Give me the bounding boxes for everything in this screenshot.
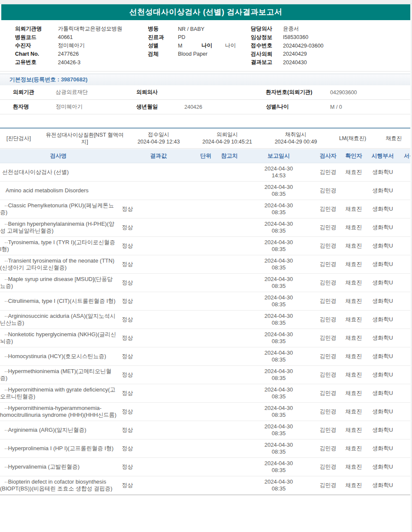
field-value: 정미혜아기 [58, 42, 85, 49]
column-header: 보고일시 [242, 152, 315, 159]
reported-time: 08:35 [242, 430, 315, 437]
field-label: 성별 [148, 42, 178, 49]
reported-date: 2024-04-30 [242, 423, 315, 430]
tester-name: 김민경 [315, 445, 341, 452]
tester-name: 김민경 [315, 279, 341, 287]
result-row[interactable]: ··Hyperornithinemia with gyrate deficien… [0, 384, 410, 403]
reported-date: 2024-04-30 [242, 239, 315, 246]
reported-at: 2024-04-3008:35 [242, 184, 315, 197]
column-header: 단위 [195, 152, 217, 160]
department-name: 생화학U [367, 297, 399, 305]
department-name: 생화학U [367, 371, 399, 379]
tester-name: 김민경 [315, 205, 341, 213]
result-row[interactable]: ··Nonketotic hyperglycinemia (NKHG)(글리신뇌… [0, 329, 410, 347]
tester-name: 김민경 [315, 426, 341, 434]
received-label: 접수일시 [126, 131, 191, 138]
reported-date: 2024-04-30 [242, 405, 315, 412]
result-value: 정상 [120, 408, 195, 415]
column-header: 서식 [399, 152, 410, 160]
reported-time: 08:35 [242, 283, 315, 290]
tester-name: 김민경 [315, 371, 341, 379]
field-label: 성별/나이 [266, 103, 330, 111]
result-row[interactable]: ··Maple syrup urine disease [MSUD](단풍당뇨증… [0, 274, 410, 292]
department-name: 생화학U [367, 260, 399, 268]
tester-name: 김민경 [315, 463, 341, 471]
field-label: 병원코드 [15, 34, 58, 41]
field-label: 수진자 [15, 42, 58, 49]
reported-at: 2024-04-3008:35 [242, 442, 315, 455]
header-field-row: 검사의뢰20240429 [251, 50, 324, 59]
reported-date: 2024-04-30 [242, 313, 315, 320]
reported-at: 2024-04-3008:35 [242, 478, 315, 492]
reported-time: 08:35 [242, 448, 315, 455]
result-value: 정상 [120, 389, 195, 397]
reported-date: 2024-04-30 [242, 257, 315, 264]
result-value: 정상 [120, 371, 195, 379]
result-row[interactable]: ··Benign hyperphenylalaninemia (H-PHE)(양… [0, 218, 410, 237]
checker-name: 채효진 [341, 168, 367, 176]
department-name: 생화학U [367, 242, 399, 250]
result-row[interactable]: 선천성대사이상검사 (선별)2024-04-3014:53김민경채효진생화학U [0, 163, 410, 182]
result-row[interactable]: ··Argininosuccinic aciduria (ASA)(알지노석시닌… [0, 311, 410, 329]
test-name: ··Citrullinemia, type I (CIT)(시트룰린혈증 I형) [0, 298, 120, 305]
result-row[interactable]: ··Hypermethioninemia (MET)(고메티오닌혈증)정상202… [0, 366, 410, 384]
result-row[interactable]: ··Tyrosinemia, type I (TYR I)(고타이로신혈증 I형… [0, 237, 410, 255]
tester-name: 김민경 [315, 168, 341, 176]
result-row[interactable]: Amino acid metabolism Disorders2024-04-3… [0, 182, 410, 200]
field-value: I58530360 [283, 34, 308, 40]
reported-date: 2024-04-30 [242, 165, 315, 172]
result-row[interactable]: ··Hyperornithinemia-hyperammonemia-homoc… [0, 403, 410, 421]
result-row[interactable]: ··Argininemia (ARG)(알지닌혈증)정상2024-04-3008… [0, 421, 410, 439]
result-row[interactable]: ··Transient tyrosinemia of the neonate (… [0, 255, 410, 274]
department-name: 생화학U [367, 279, 399, 287]
field-label: 환자번호(의뢰기관) [266, 89, 330, 96]
result-row[interactable]: ··Classic Phenylketonuria (PKU)(페닐케톤뇨증)정… [0, 200, 410, 218]
field-label: 검체 [148, 51, 178, 58]
field-label: 임상정보 [251, 34, 283, 41]
reported-at: 2024-04-3008:35 [242, 221, 315, 234]
received-at: 접수일시 2024-04-29 12:43 [126, 131, 191, 146]
reported-time: 08:35 [242, 264, 315, 271]
reported-date: 2024-04-30 [242, 478, 315, 485]
field-label: 진료과 [148, 34, 178, 41]
reported-at: 2024-04-3008:35 [242, 276, 315, 290]
header-field-row: 진료과PD [148, 33, 236, 42]
field-value: 삼광의료재단 [56, 89, 136, 96]
result-row[interactable]: ··Hypervalinemia (고발린혈증)정상2024-04-3008:3… [0, 458, 410, 476]
field-value: 240426 [184, 104, 266, 110]
reported-time: 08:35 [242, 209, 315, 216]
field-value: 20240429 [283, 51, 307, 57]
tester-name: 김민경 [315, 353, 341, 360]
reported-at: 2024-04-3008:35 [242, 423, 315, 437]
basic-info-table: 의뢰기관삼광의료재단의뢰의사환자번호(의뢰기관)042903600환자명정미혜아… [0, 85, 410, 114]
tester-name: 김민경 [315, 242, 341, 250]
checker-name: 채효진 [341, 224, 367, 231]
requested-at: 의뢰일시 2024-04-29 10:45:21 [191, 131, 264, 146]
results-table-body: 선천성대사이상검사 (선별)2024-04-3014:53김민경채효진생화학UA… [0, 163, 410, 495]
reported-time: 08:35 [242, 393, 315, 400]
checker-name: 채효진 [341, 316, 367, 323]
result-row[interactable]: ··Hyperprolinemia I (HP I)(고프롤린혈증 I형)정상2… [0, 439, 410, 458]
result-row[interactable]: ··Homocystinuria (HCY)(호모시스틴뇨증)정상2024-04… [0, 347, 410, 366]
reported-time: 08:35 [242, 227, 315, 234]
test-name: ··Hyperornithinemia with gyrate deficien… [0, 386, 120, 400]
checker-name: 채효진 [341, 481, 367, 489]
result-row[interactable]: ··Citrullinemia, type I (CIT)(시트룰린혈증 I형)… [0, 292, 410, 311]
test-name: ··Maple syrup urine disease [MSUD](단풍당뇨증… [0, 276, 120, 290]
result-value: 정상 [120, 445, 195, 452]
reported-at: 2024-04-3014:53 [242, 165, 315, 179]
header-field-row: 성별M나이나이 [148, 42, 236, 50]
checker-name: 채효진 [341, 371, 367, 379]
field-label: Chart No. [15, 51, 58, 57]
result-row[interactable]: ··Biopterin defect in cofactor biosynthe… [0, 476, 410, 495]
result-value: 정상 [120, 224, 195, 231]
field-label: 결과보고 [251, 59, 283, 66]
result-value: 정상 [120, 205, 195, 213]
checker-name: 채효진 [341, 426, 367, 434]
result-value: 정상 [120, 353, 195, 360]
reported-date: 2024-04-30 [242, 221, 315, 227]
reported-date: 2024-04-30 [242, 442, 315, 448]
column-header: 결과값 [120, 152, 195, 160]
tester-name: 김민경 [315, 316, 341, 323]
field-value: 2477626 [58, 51, 79, 57]
